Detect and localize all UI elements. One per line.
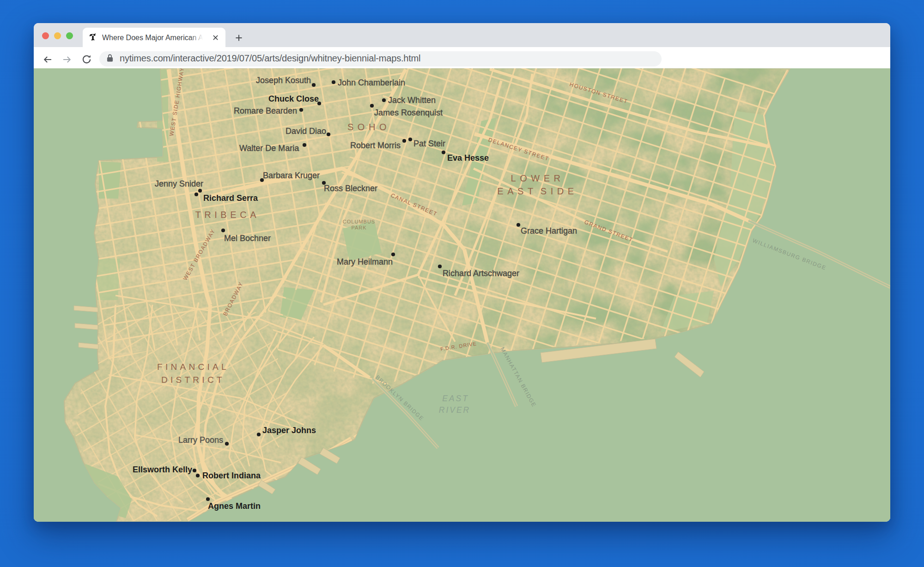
svg-text:RIVER: RIVER [439,405,470,415]
svg-text:Barbara Kruger: Barbara Kruger [263,171,320,180]
svg-text:Robert Morris: Robert Morris [350,141,401,150]
svg-text:Robert Indiana: Robert Indiana [202,471,261,480]
svg-text:PARK: PARK [351,225,366,230]
svg-text:Richard Serra: Richard Serra [203,193,258,203]
svg-text:COLUMBUS: COLUMBUS [343,219,375,224]
svg-text:Ellsworth Kelly: Ellsworth Kelly [133,465,192,474]
svg-text:Grace Hartigan: Grace Hartigan [521,226,577,235]
svg-text:T R I B E C A: T R I B E C A [195,210,256,220]
svg-text:Agnes Martin: Agnes Martin [208,501,261,511]
svg-text:D I S T R I C T: D I S T R I C T [161,375,222,385]
svg-text:David Diao: David Diao [286,127,326,136]
svg-text:Mary Heilmann: Mary Heilmann [337,257,393,266]
svg-text:Jasper Johns: Jasper Johns [262,426,316,435]
svg-text:Romare Bearden: Romare Bearden [234,106,297,115]
svg-text:Jenny Snider: Jenny Snider [155,179,203,188]
svg-text:S O H O: S O H O [347,122,387,132]
svg-text:L O W E R: L O W E R [511,173,561,183]
svg-text:F I N A N C I A L: F I N A N C I A L [157,362,226,372]
svg-text:Ross Bleckner: Ross Bleckner [324,184,377,193]
svg-text:E A S T S I D E: E A S T S I D E [497,186,574,196]
svg-text:Mel Bochner: Mel Bochner [224,234,271,243]
svg-text:Larry Poons: Larry Poons [178,435,223,445]
svg-text:James Rosenquist: James Rosenquist [374,108,443,117]
svg-text:Walter De Maria: Walter De Maria [239,144,299,153]
svg-text:Chuck Close: Chuck Close [268,94,319,103]
svg-text:Pat Steir: Pat Steir [413,139,445,148]
svg-text:John Chamberlain: John Chamberlain [338,78,405,87]
svg-text:Joseph Kosuth: Joseph Kosuth [256,76,311,85]
svg-text:Richard Artschwager: Richard Artschwager [443,269,519,278]
svg-text:Jack Whitten: Jack Whitten [388,96,436,105]
svg-text:Eva Hesse: Eva Hesse [447,153,489,163]
svg-text:EAST: EAST [442,394,469,403]
